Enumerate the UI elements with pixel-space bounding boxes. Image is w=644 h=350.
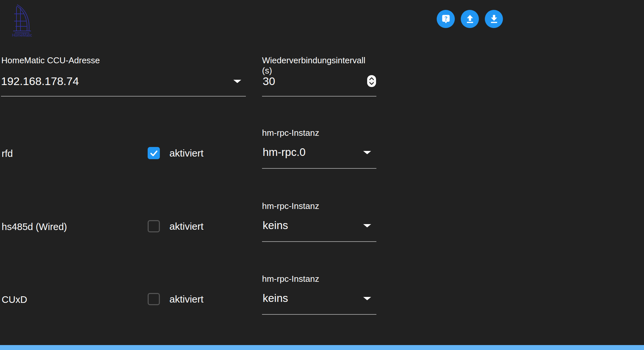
- dropdown-caret-icon: [363, 297, 371, 300]
- daemon-row-hs485d: hs485d (Wired) aktiviert hm-rpc-Instanz …: [0, 201, 644, 247]
- hm-rpc-instance-value: keins: [263, 219, 288, 232]
- number-stepper[interactable]: [367, 75, 376, 88]
- dropdown-caret-icon: [233, 80, 241, 83]
- homematic-logo: HomeMatic: [9, 3, 36, 38]
- daemon-name: CUxD: [2, 294, 27, 306]
- checkbox-unchecked-icon[interactable]: [148, 220, 160, 232]
- reconnect-interval-value: 30: [263, 74, 275, 88]
- toolbar: ?: [437, 10, 503, 28]
- field-underline: [262, 314, 376, 315]
- stepper-icon: [367, 75, 376, 87]
- field-underline: [1, 96, 246, 97]
- checkbox-unchecked-icon[interactable]: [148, 293, 160, 305]
- bottom-accent-bar: [0, 345, 644, 350]
- ccu-address-label: HomeMatic CCU-Adresse: [1, 55, 100, 66]
- aktiviert-checkbox-hs485d[interactable]: aktiviert: [148, 220, 203, 232]
- hm-rpc-instance-label: hm-rpc-Instanz: [262, 274, 319, 284]
- reconnect-interval-label-line2: (s): [262, 66, 377, 76]
- field-underline: [262, 96, 376, 97]
- aktiviert-label: aktiviert: [169, 294, 203, 305]
- aktiviert-checkbox-rfd[interactable]: aktiviert: [148, 147, 203, 159]
- dropdown-caret-icon: [363, 151, 371, 154]
- hm-rpc-instance-value: keins: [263, 292, 288, 305]
- aktiviert-checkbox-cuxd[interactable]: aktiviert: [148, 293, 203, 305]
- dropdown-caret-icon: [363, 224, 371, 227]
- homematic-logo-text: HomeMatic: [12, 33, 32, 38]
- hm-rpc-instance-value: hm-rpc.0: [263, 146, 306, 159]
- ccu-address-value: 192.168.178.74: [1, 74, 79, 88]
- checkbox-checked-icon[interactable]: [148, 147, 160, 159]
- download-button[interactable]: [485, 10, 503, 28]
- aktiviert-label: aktiviert: [169, 221, 203, 232]
- aktiviert-label: aktiviert: [169, 148, 203, 159]
- field-underline: [262, 168, 376, 169]
- upload-arrow-icon: [465, 14, 475, 24]
- daemon-row-cuxd: CUxD aktiviert hm-rpc-Instanz keins: [0, 274, 644, 320]
- question-bubble-icon: ?: [441, 14, 451, 24]
- download-arrow-icon: [489, 14, 499, 24]
- hm-rpc-instance-label: hm-rpc-Instanz: [262, 201, 319, 211]
- field-underline: [262, 241, 376, 242]
- svg-text:?: ?: [444, 15, 447, 21]
- daemon-row-rfd: rfd aktiviert hm-rpc-Instanz hm-rpc.0: [0, 128, 644, 174]
- daemon-name: rfd: [2, 148, 13, 160]
- reconnect-interval-label-line1: Wiederverbindungsintervall: [262, 55, 377, 66]
- homematic-logo-icon: HomeMatic: [9, 3, 36, 38]
- help-button[interactable]: ?: [437, 10, 455, 28]
- homematic-adapter-config-page: HomeMatic ? HomeMatic CCU-Ad: [0, 0, 644, 350]
- hm-rpc-instance-label: hm-rpc-Instanz: [262, 128, 319, 138]
- upload-button[interactable]: [461, 10, 479, 28]
- daemon-name: hs485d (Wired): [2, 221, 67, 233]
- reconnect-interval-label: Wiederverbindungsintervall (s): [262, 55, 377, 76]
